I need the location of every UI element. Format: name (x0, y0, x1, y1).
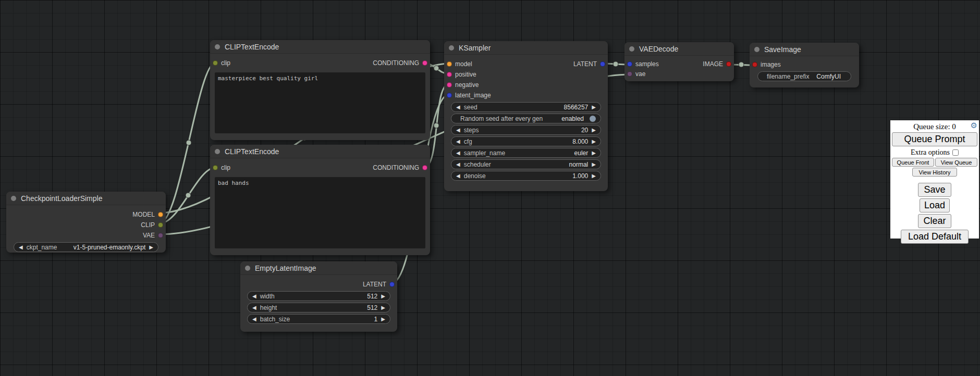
slot-row: positive (444, 69, 608, 80)
increment-arrow-icon[interactable]: ▶ (149, 245, 153, 250)
increment-arrow-icon[interactable]: ▶ (592, 162, 596, 167)
increment-arrow-icon[interactable]: ▶ (381, 305, 385, 310)
widget-filename-prefix[interactable]: filename_prefix ComfyUI (757, 71, 851, 81)
widget-sampler-name[interactable]: ◀ sampler_name euler ▶ (451, 148, 601, 158)
output-port-image[interactable] (726, 61, 731, 67)
output-port-latent[interactable] (600, 61, 605, 67)
slot-row: clip CONDITIONING (210, 162, 430, 173)
widget-label: sampler_name (464, 149, 505, 157)
slot-row: vae (624, 69, 734, 79)
widget-steps[interactable]: ◀ steps 20 ▶ (451, 125, 601, 135)
widget-width[interactable]: ◀ width 512 ▶ (247, 291, 390, 301)
collapse-dot-icon[interactable] (215, 44, 220, 49)
output-port-vae[interactable] (158, 233, 163, 238)
slot-label: images (761, 61, 781, 68)
input-port-model[interactable] (447, 61, 452, 67)
widget-denoise[interactable]: ◀ denoise 1.000 ▶ (451, 171, 601, 181)
extra-options-checkbox[interactable] (952, 149, 959, 156)
decrement-arrow-icon[interactable]: ◀ (456, 139, 460, 144)
link-center-dot (613, 61, 618, 67)
load-button[interactable]: Load (920, 198, 950, 212)
decrement-arrow-icon[interactable]: ◀ (456, 173, 460, 179)
collapse-dot-icon[interactable] (449, 45, 454, 51)
node-title-bar[interactable]: EmptyLatentImage (240, 261, 397, 275)
node-title-bar[interactable]: KSampler (444, 41, 608, 55)
node-save-image[interactable]: SaveImage images filename_prefix ComfyUI (750, 43, 859, 87)
widget-height[interactable]: ◀ height 512 ▶ (247, 303, 390, 312)
queue-prompt-button[interactable]: Queue Prompt (892, 132, 977, 146)
increment-arrow-icon[interactable]: ▶ (592, 105, 596, 110)
collapse-dot-icon[interactable] (754, 47, 760, 52)
slot-label: vae (635, 70, 645, 78)
view-history-button[interactable]: View History (912, 168, 957, 177)
input-port-samples[interactable] (627, 61, 632, 67)
widget-scheduler[interactable]: ◀ scheduler normal ▶ (451, 159, 601, 169)
node-vae-decode[interactable]: VAEDecode samples IMAGE vae (624, 42, 734, 81)
decrement-arrow-icon[interactable]: ◀ (252, 317, 256, 322)
slot-label: CLIP (141, 221, 155, 229)
increment-arrow-icon[interactable]: ▶ (381, 294, 385, 299)
node-empty-latent-image[interactable]: EmptyLatentImage LATENT ◀ width 512 ▶ ◀ … (240, 261, 397, 332)
increment-arrow-icon[interactable]: ▶ (592, 128, 596, 133)
node-title-bar[interactable]: CLIPTextEncode (210, 145, 430, 158)
output-port-conditioning[interactable] (422, 60, 427, 66)
input-port-images[interactable] (752, 62, 757, 67)
widget-value: 512 (367, 304, 377, 311)
collapse-dot-icon[interactable] (11, 196, 16, 201)
slot-row: model LATENT (444, 59, 608, 69)
load-default-button[interactable]: Load Default (901, 230, 969, 244)
collapse-dot-icon[interactable] (245, 266, 250, 271)
increment-arrow-icon[interactable]: ▶ (592, 139, 596, 144)
collapse-dot-icon[interactable] (629, 46, 634, 52)
decrement-arrow-icon[interactable]: ◀ (456, 105, 460, 110)
output-slot-vae: VAE (6, 230, 166, 241)
slot-label: CONDITIONING (373, 164, 419, 171)
output-port-latent[interactable] (389, 282, 395, 287)
input-port-positive[interactable] (447, 72, 452, 77)
input-port-latent-image[interactable] (447, 93, 452, 98)
node-title-bar[interactable]: CheckpointLoaderSimple (6, 192, 166, 205)
input-port-clip[interactable] (213, 165, 218, 170)
output-port-clip[interactable] (158, 222, 163, 228)
view-queue-button[interactable]: View Queue (935, 158, 977, 167)
widget-value: v1-5-pruned-emaonly.ckpt (74, 244, 146, 251)
node-checkpoint-loader-simple[interactable]: CheckpointLoaderSimple MODEL CLIP VAE ◀ … (6, 192, 166, 253)
decrement-arrow-icon[interactable]: ◀ (252, 305, 256, 310)
input-port-clip[interactable] (213, 60, 218, 66)
widget-ckpt-name[interactable]: ◀ ckpt_name v1-5-pruned-emaonly.ckpt ▶ (14, 242, 158, 252)
increment-arrow-icon[interactable]: ▶ (592, 173, 596, 179)
widget-seed[interactable]: ◀ seed 8566257 ▶ (451, 102, 601, 112)
save-button[interactable]: Save (918, 183, 951, 197)
decrement-arrow-icon[interactable]: ◀ (252, 294, 256, 299)
input-port-negative[interactable] (447, 82, 452, 87)
widget-random-seed-toggle[interactable]: Random seed after every gen enabled (451, 114, 601, 123)
node-title-bar[interactable]: VAEDecode (624, 42, 734, 56)
node-ksampler[interactable]: KSampler model LATENT positive negative … (444, 41, 608, 191)
decrement-arrow-icon[interactable]: ◀ (19, 245, 23, 250)
decrement-arrow-icon[interactable]: ◀ (456, 128, 460, 133)
node-clip-text-encode-positive[interactable]: CLIPTextEncode clip CONDITIONING masterp… (210, 40, 430, 140)
widget-cfg[interactable]: ◀ cfg 8.000 ▶ (451, 136, 601, 146)
prompt-textarea[interactable]: masterpiece best quality girl (215, 72, 425, 133)
node-title-bar[interactable]: CLIPTextEncode (210, 40, 430, 54)
widget-batch-size[interactable]: ◀ batch_size 1 ▶ (247, 314, 390, 324)
slot-row: images (750, 59, 859, 69)
link-center-dot (434, 123, 439, 128)
toggle-on-dot[interactable] (590, 116, 596, 122)
widget-value: euler (574, 149, 589, 157)
output-port-model[interactable] (158, 212, 163, 217)
clear-button[interactable]: Clear (918, 214, 951, 228)
settings-gear-icon[interactable]: ⚙ (971, 122, 977, 130)
output-port-conditioning[interactable] (422, 165, 427, 170)
input-port-vae[interactable] (627, 71, 632, 77)
decrement-arrow-icon[interactable]: ◀ (456, 162, 460, 167)
node-title-bar[interactable]: SaveImage (750, 43, 859, 56)
prompt-textarea[interactable]: bad hands (215, 177, 425, 248)
queue-front-button[interactable]: Queue Front (892, 158, 934, 167)
widget-value: ComfyUI (816, 73, 841, 80)
increment-arrow-icon[interactable]: ▶ (381, 317, 385, 322)
decrement-arrow-icon[interactable]: ◀ (456, 151, 460, 156)
node-clip-text-encode-negative[interactable]: CLIPTextEncode clip CONDITIONING bad han… (210, 145, 430, 255)
collapse-dot-icon[interactable] (215, 149, 220, 154)
increment-arrow-icon[interactable]: ▶ (592, 151, 596, 156)
